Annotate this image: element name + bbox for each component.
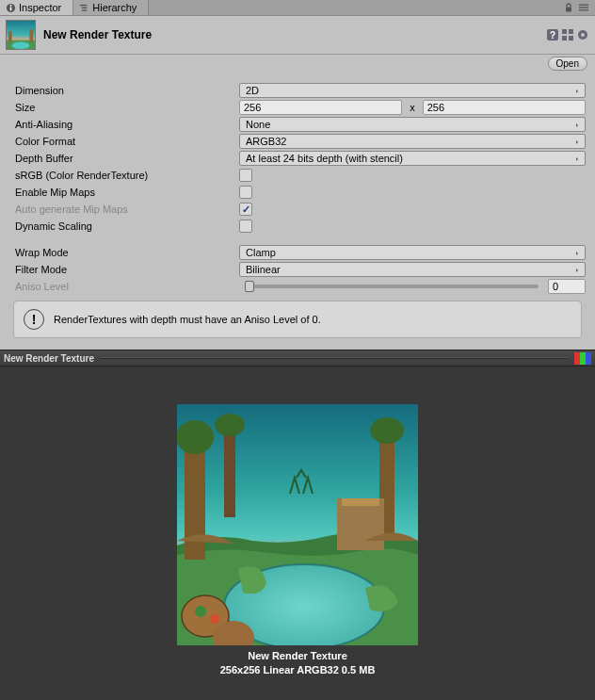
svg-rect-18 <box>569 29 573 34</box>
hierarchy-icon <box>79 3 89 13</box>
svg-rect-8 <box>579 7 588 8</box>
dynscale-label: Dynamic Scaling <box>9 220 239 232</box>
svg-rect-28 <box>224 423 235 517</box>
tab-bar: Inspector Hierarchy <box>0 0 595 16</box>
gear-icon[interactable] <box>576 28 589 41</box>
filtermode-value: Bilinear <box>246 264 281 275</box>
svg-point-38 <box>210 614 219 624</box>
warning-icon: ! <box>24 309 44 330</box>
filtermode-label: Filter Mode <box>9 264 239 275</box>
svg-rect-20 <box>569 36 573 41</box>
svg-point-27 <box>177 420 214 454</box>
info-icon <box>6 3 16 13</box>
antialiasing-dropdown[interactable]: None <box>239 117 586 132</box>
preset-icon[interactable] <box>561 28 574 41</box>
tab-label: Hierarchy <box>92 2 137 13</box>
svg-rect-3 <box>80 4 87 5</box>
lock-icon[interactable] <box>563 2 574 13</box>
svg-rect-13 <box>8 31 12 41</box>
srgb-checkbox[interactable] <box>239 169 252 182</box>
antialiasing-label: Anti-Aliasing <box>9 119 239 130</box>
mipmaps-label: Enable Mip Maps <box>9 187 239 198</box>
svg-rect-2 <box>10 7 12 10</box>
size-label: Size <box>9 102 239 113</box>
colorformat-dropdown[interactable]: ARGB32 <box>239 134 586 149</box>
info-message: RenderTextures with depth must have an A… <box>54 314 321 325</box>
tab-label: Inspector <box>19 2 61 13</box>
size-width-input[interactable] <box>239 100 402 115</box>
info-box: ! RenderTextures with depth must have an… <box>13 301 582 338</box>
preview-panel: New Render Texture <box>0 350 595 700</box>
asset-name: New Render Texture <box>43 28 546 41</box>
asset-header: New Render Texture ? <box>0 16 595 55</box>
automip-checkbox <box>239 203 252 216</box>
asset-thumbnail[interactable] <box>6 20 36 50</box>
svg-rect-14 <box>29 29 33 41</box>
preview-viewport[interactable]: New Render Texture 256x256 Linear ARGB32… <box>0 366 595 700</box>
svg-rect-7 <box>579 5 588 6</box>
svg-rect-33 <box>342 498 379 506</box>
open-button[interactable]: Open <box>548 57 587 71</box>
svg-point-12 <box>12 42 30 50</box>
depthbuffer-dropdown[interactable]: At least 24 bits depth (with stencil) <box>239 151 586 166</box>
svg-rect-19 <box>562 36 567 41</box>
inspector-properties: Dimension 2D Size x Anti-Aliasing None C… <box>0 76 595 350</box>
svg-rect-5 <box>82 9 88 10</box>
aniso-value-input <box>548 279 586 294</box>
wrapmode-dropdown[interactable]: Clamp <box>239 245 586 260</box>
tab-inspector[interactable]: Inspector <box>0 0 73 15</box>
dimension-value: 2D <box>246 85 259 96</box>
antialiasing-value: None <box>246 119 270 130</box>
svg-point-37 <box>195 606 206 617</box>
preview-title: New Render Texture <box>4 353 94 364</box>
dynscale-checkbox[interactable] <box>239 220 252 233</box>
svg-rect-4 <box>82 7 88 8</box>
svg-point-31 <box>370 417 404 444</box>
mipmaps-checkbox[interactable] <box>239 186 252 199</box>
svg-point-1 <box>10 5 12 7</box>
wrapmode-label: Wrap Mode <box>9 247 239 258</box>
size-x-label: x <box>406 102 419 113</box>
preview-image <box>177 404 418 645</box>
aniso-label: Aniso Level <box>9 281 239 292</box>
menu-icon[interactable] <box>578 2 589 13</box>
svg-rect-17 <box>562 29 567 34</box>
svg-rect-32 <box>337 498 384 550</box>
svg-text:?: ? <box>550 30 555 41</box>
help-icon[interactable]: ? <box>546 28 559 41</box>
tab-hierarchy[interactable]: Hierarchy <box>73 0 149 15</box>
automip-label: Auto generate Mip Maps <box>9 203 239 215</box>
colorformat-label: Color Format <box>9 136 239 147</box>
dimension-label: Dimension <box>9 85 239 96</box>
wrapmode-value: Clamp <box>246 247 276 258</box>
preview-footer-name: New Render Texture <box>220 649 376 663</box>
depthbuffer-value: At least 24 bits depth (with stencil) <box>246 153 403 164</box>
aniso-slider <box>245 285 539 288</box>
dimension-dropdown[interactable]: 2D <box>239 83 586 98</box>
srgb-label: sRGB (Color RenderTexture) <box>9 170 239 181</box>
open-row: Open <box>0 55 595 76</box>
preview-footer: New Render Texture 256x256 Linear ARGB32… <box>220 645 376 681</box>
svg-rect-6 <box>566 8 571 12</box>
preview-footer-meta: 256x256 Linear ARGB32 0.5 MB <box>220 663 376 677</box>
rgb-channels-button[interactable] <box>574 352 591 365</box>
preview-header[interactable]: New Render Texture <box>0 350 595 366</box>
svg-point-29 <box>215 414 245 436</box>
svg-point-22 <box>581 33 585 37</box>
size-height-input[interactable] <box>423 100 586 115</box>
svg-rect-9 <box>579 9 588 10</box>
depthbuffer-label: Depth Buffer <box>9 153 239 164</box>
colorformat-value: ARGB32 <box>246 136 286 147</box>
filtermode-dropdown[interactable]: Bilinear <box>239 262 586 277</box>
